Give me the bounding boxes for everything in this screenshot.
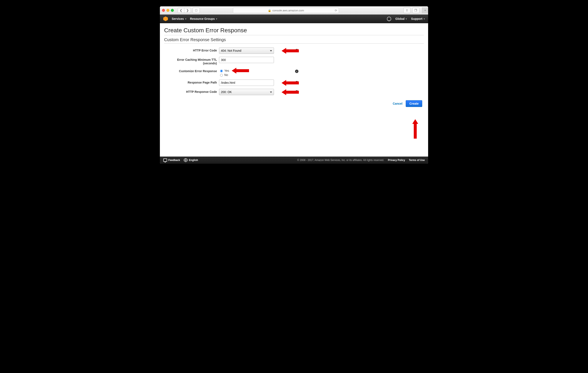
browser-toolbar: ❮ ❯ ☐ 🔒 console.aws.amazon.com ⟳ ⇪ ❐ ＋ (160, 6, 428, 15)
share-icon: ⇪ (406, 9, 408, 12)
section-title: Custom Error Response Settings (164, 37, 424, 44)
resource-groups-label: Resource Groups (190, 17, 215, 20)
globe-icon (184, 158, 188, 162)
create-button[interactable]: Create (406, 100, 422, 107)
radio-yes-label: Yes (224, 69, 229, 72)
chevron-down-icon: ▾ (216, 18, 217, 20)
radio-no-label: No (224, 73, 228, 77)
feedback-icon (163, 158, 167, 162)
customize-label: Customize Error Response (164, 68, 217, 73)
terms-link[interactable]: Terms of Use (409, 159, 425, 161)
support-label: Support (411, 17, 422, 20)
browser-window: ❮ ❯ ☐ 🔒 console.aws.amazon.com ⟳ ⇪ ❐ ＋ S… (160, 6, 428, 164)
annotation-arrow (282, 48, 299, 54)
notifications-icon[interactable] (387, 17, 391, 21)
http-response-code-select[interactable]: 200: OK (219, 89, 274, 95)
privacy-link[interactable]: Privacy Policy (388, 159, 405, 161)
resource-groups-menu[interactable]: Resource Groups ▾ (190, 17, 217, 20)
share-button[interactable]: ⇪ (403, 8, 410, 13)
new-tab-button[interactable]: ＋ (422, 7, 428, 13)
page-path-input[interactable] (219, 80, 274, 86)
error-response-form: HTTP Error Code 404: Not Found i Error C… (164, 48, 424, 95)
radio-no-input[interactable] (220, 74, 223, 77)
page-path-label: Response Page Path (164, 80, 217, 84)
customize-no-radio[interactable]: No (219, 73, 274, 77)
tabs-button[interactable]: ❐ (412, 8, 420, 13)
feedback-link[interactable]: Feedback (163, 158, 180, 162)
chevron-down-icon: ▾ (424, 18, 425, 20)
annotation-arrow (412, 119, 418, 139)
ttl-input[interactable] (219, 57, 274, 63)
aws-logo-icon[interactable] (163, 16, 168, 21)
chevron-down-icon: ▾ (406, 18, 407, 20)
http-error-code-select[interactable]: 404: Not Found (219, 48, 274, 54)
language-label: English (189, 159, 198, 161)
nav-back-forward: ❮ ❯ (178, 8, 191, 13)
aws-top-nav: Services ▾ Resource Groups ▾ Global ▾ Su… (160, 15, 428, 23)
aws-footer: Feedback English © 2008 - 2017, Amazon W… (160, 157, 428, 164)
chevron-down-icon: ▾ (185, 18, 186, 20)
language-selector[interactable]: English (184, 158, 198, 162)
tabs-icon: ❐ (414, 9, 417, 12)
http-error-code-label: HTTP Error Code (164, 48, 217, 52)
reload-icon[interactable]: ⟳ (335, 9, 337, 12)
page-title: Create Custom Error Response (164, 27, 424, 35)
ttl-label: Error Caching Minimum TTL (seconds) (164, 57, 217, 65)
services-menu[interactable]: Services ▾ (172, 17, 186, 20)
region-label: Global (395, 17, 405, 20)
close-window-button[interactable] (162, 9, 165, 12)
zoom-window-button[interactable] (171, 9, 174, 12)
sidebar-toggle-button[interactable]: ☐ (193, 8, 200, 13)
copyright-text: © 2008 - 2017, Amazon Web Services, Inc.… (297, 159, 384, 161)
address-bar[interactable]: 🔒 console.aws.amazon.com ⟳ (233, 8, 339, 13)
http-response-code-label: HTTP Response Code (164, 89, 217, 94)
page-content: Create Custom Error Response Custom Erro… (160, 23, 428, 157)
form-button-row: Cancel Create (164, 100, 424, 107)
feedback-label: Feedback (168, 159, 180, 161)
region-menu[interactable]: Global ▾ (395, 17, 407, 20)
support-menu[interactable]: Support ▾ (411, 17, 425, 20)
annotation-arrow (282, 80, 299, 86)
radio-yes-input[interactable] (220, 70, 223, 72)
annotation-arrow (232, 68, 249, 74)
back-button[interactable]: ❮ (178, 8, 184, 13)
forward-button[interactable]: ❯ (184, 8, 191, 13)
address-text: console.aws.amazon.com (273, 9, 304, 12)
cancel-button[interactable]: Cancel (393, 102, 402, 105)
services-label: Services (172, 17, 184, 20)
sidebar-icon: ☐ (195, 9, 198, 12)
info-icon[interactable]: i (295, 70, 298, 73)
window-controls (162, 9, 174, 12)
lock-icon: 🔒 (268, 9, 271, 12)
annotation-arrow (282, 89, 299, 95)
minimize-window-button[interactable] (167, 9, 169, 12)
